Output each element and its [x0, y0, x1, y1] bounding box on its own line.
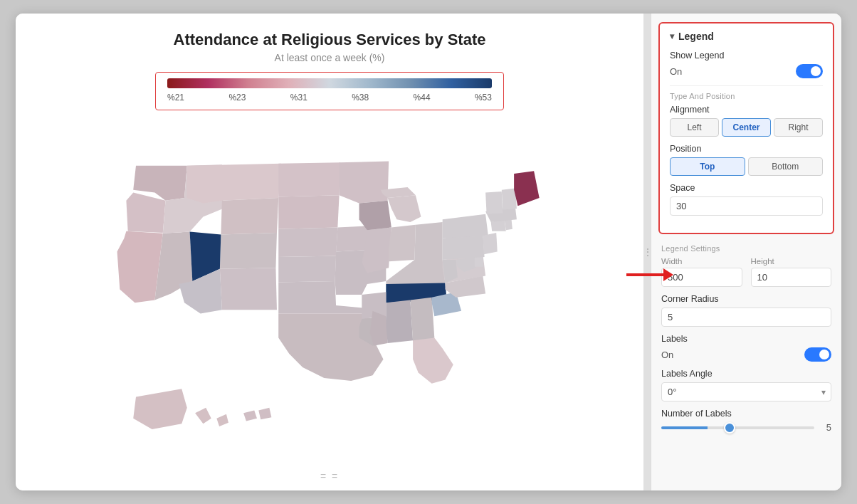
chevron-down-icon[interactable]: ▾	[670, 31, 674, 41]
number-of-labels-slider-row: 5	[661, 422, 831, 433]
state-co	[220, 233, 277, 269]
state-wi	[359, 201, 391, 231]
state-ks	[278, 256, 336, 283]
state-hi-1	[243, 410, 257, 421]
type-and-position-label: Type And Position	[670, 92, 823, 100]
labels-toggle-row: On	[661, 347, 831, 362]
labels-value: On	[661, 350, 673, 360]
state-oh	[414, 222, 442, 260]
state-ms	[370, 311, 388, 346]
width-height-row: Width Height	[661, 257, 831, 287]
alignment-right-btn[interactable]: Right	[774, 118, 823, 137]
width-input[interactable]	[661, 268, 742, 287]
right-panel: ▾ Legend Show Legend On Type And Positio…	[651, 14, 841, 490]
labels-toggle[interactable]	[804, 347, 831, 362]
colorbar-label-4: %44	[414, 93, 431, 103]
colorbar-gradient	[167, 78, 492, 88]
state-wy	[221, 198, 278, 234]
colorbar-label-3: %38	[352, 93, 369, 103]
space-label: Space	[670, 183, 823, 193]
legend-panel-header: ▾ Legend	[670, 31, 823, 42]
show-legend-label: Show Legend	[670, 51, 823, 61]
position-bottom-btn[interactable]: Bottom	[748, 157, 824, 176]
width-col: Width	[661, 257, 742, 287]
state-sd	[278, 195, 339, 229]
state-in	[389, 225, 416, 261]
state-ne	[278, 228, 337, 258]
corner-radius-input[interactable]	[661, 308, 831, 327]
colorbar-container: %21 %23 %31 %38 %44 %53	[155, 72, 504, 110]
show-legend-row: On	[670, 64, 823, 78]
width-label: Width	[661, 257, 742, 266]
legend-panel-box: ▾ Legend Show Legend On Type And Positio…	[658, 22, 834, 234]
colorbar-label-2: %31	[290, 93, 307, 103]
legend-settings-section: Legend Settings Width Height Corner Radi…	[651, 240, 841, 440]
panel-drag-handle[interactable]: ⋮	[643, 14, 651, 490]
alignment-label: Alignment	[670, 105, 823, 115]
alignment-left-btn[interactable]: Left	[670, 118, 719, 137]
position-btn-group: Top Bottom	[670, 157, 823, 176]
chart-title: Attendance at Religious Services by Stat…	[174, 31, 486, 49]
number-of-labels-slider[interactable]	[661, 426, 814, 429]
colorbar-labels: %21 %23 %31 %38 %44 %53	[167, 93, 492, 103]
number-of-labels-value: 5	[820, 422, 831, 433]
app-container: Attendance at Religious Services by Stat…	[16, 14, 841, 490]
state-al	[386, 300, 413, 343]
legend-panel-title: Legend	[678, 31, 714, 42]
colorbar-label-0: %21	[167, 93, 184, 103]
alignment-btn-group: Left Center Right	[670, 118, 823, 137]
labels-label: Labels	[661, 334, 831, 344]
state-mi	[388, 195, 421, 222]
state-ny	[443, 214, 488, 238]
position-top-btn[interactable]: Top	[670, 157, 745, 176]
position-label: Position	[670, 144, 823, 154]
state-nm	[220, 268, 277, 310]
map-area	[33, 122, 626, 468]
state-nd	[278, 162, 340, 196]
state-ak-island1	[195, 408, 211, 424]
show-legend-toggle[interactable]	[796, 64, 823, 78]
show-legend-value: On	[670, 66, 682, 77]
labels-angle-label: Labels Angle	[661, 369, 831, 379]
corner-radius-label: Corner Radius	[661, 294, 831, 304]
state-me	[514, 171, 540, 206]
state-fl	[413, 337, 453, 383]
colorbar-label-5: %53	[475, 93, 492, 103]
state-ak	[133, 389, 187, 429]
state-de	[475, 256, 483, 267]
legend-settings-label: Legend Settings	[661, 244, 831, 253]
chart-area: Attendance at Religious Services by Stat…	[16, 14, 643, 490]
state-vt	[485, 191, 503, 214]
state-nj	[483, 233, 497, 254]
colorbar-label-1: %23	[228, 93, 246, 103]
state-mn	[340, 162, 389, 204]
labels-angle-select-wrapper: 0° 45° 90°	[661, 382, 831, 401]
us-map	[88, 142, 572, 448]
state-or	[126, 192, 165, 233]
height-input[interactable]	[751, 268, 832, 287]
space-input[interactable]	[670, 196, 823, 216]
labels-angle-select[interactable]: 0° 45° 90°	[661, 382, 831, 401]
height-label: Height	[751, 257, 832, 266]
state-ak-island2	[216, 414, 228, 426]
alignment-center-btn[interactable]: Center	[722, 118, 771, 137]
height-col: Height	[751, 257, 832, 287]
state-mt	[187, 164, 281, 204]
number-of-labels-label: Number of Labels	[661, 409, 831, 419]
bottom-drag-indicator: = =	[320, 468, 339, 482]
state-hi-2	[258, 408, 271, 420]
chart-subtitle: At least once a week (%)	[275, 52, 385, 63]
